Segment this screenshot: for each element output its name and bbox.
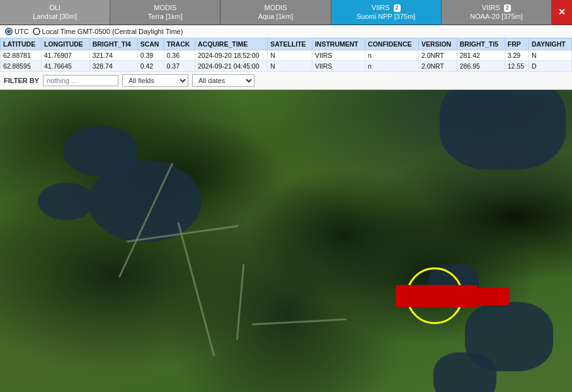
tab-modis-terra[interactable]: MODIS Terra [1km]: [110, 0, 220, 25]
table-cell-version: 2.0NRT: [418, 50, 457, 60]
top-panel: OLI Landsat [30m] MODIS Terra [1km] MODI…: [0, 0, 572, 90]
table-header-bright_ti4: BRIGHT_TI4: [89, 38, 137, 50]
tab-viirs-noaa20-line2: NOAA-20 [375m]: [447, 12, 546, 21]
table-cell-bright_ti4: 328.74: [89, 60, 137, 71]
table-header-satellite: SATELLITE: [268, 38, 312, 50]
tab-modis-terra-line1: MODIS: [115, 3, 215, 12]
table-cell-track: 0.37: [164, 60, 195, 71]
table-cell-longitude: 41.76645: [42, 60, 90, 71]
data-table: LATITUDELONGITUDEBRIGHT_TI4SCANTRACKACQU…: [0, 38, 572, 72]
tab-viirs-noaa20[interactable]: VIIRS 2 NOAA-20 [375m]: [442, 0, 552, 25]
table-header-instrument: INSTRUMENT: [312, 38, 365, 50]
local-time-label: Local Time GMT-0500 (Central Daylight Ti…: [42, 28, 183, 35]
data-panel: UTC Local Time GMT-0500 (Central Dayligh…: [0, 25, 572, 90]
table-cell-bright_ti5: 286.95: [457, 60, 505, 71]
table-header-frp: FRP: [505, 38, 529, 50]
tab-modis-aqua-line2: Aqua [1km]: [226, 12, 325, 21]
table-cell-confidence: n: [365, 60, 419, 71]
table-cell-daynight: N: [529, 50, 571, 60]
table-header-latitude: LATITUDE: [1, 38, 42, 50]
table-cell-version: 2.0NRT: [418, 60, 457, 71]
table-cell-latitude: 62.88595: [1, 60, 42, 71]
local-time-radio-label[interactable]: Local Time GMT-0500 (Central Daylight Ti…: [33, 28, 183, 35]
tab-modis-terra-line2: Terra [1km]: [115, 12, 215, 21]
tab-viirs-noaa20-label: VIIRS: [482, 4, 500, 11]
table-cell-latitude: 62.88781: [1, 50, 42, 60]
table-header-daynight: DAYNIGHT: [529, 38, 571, 50]
tab-oli[interactable]: OLI Landsat [30m]: [0, 0, 110, 25]
table-header-version: VERSION: [418, 38, 457, 50]
water-body-2: [88, 160, 202, 242]
table-header-longitude: LONGITUDE: [42, 38, 90, 50]
filter-dates-select[interactable]: All datesLast 24 hoursLast 48 hoursLast …: [192, 74, 255, 87]
table-header-track: TRACK: [164, 38, 195, 50]
table-cell-acquire_time: 2024-09-20 18:52:00: [195, 50, 268, 60]
tab-oli-line2: Landsat [30m]: [5, 12, 105, 21]
utc-label: UTC: [14, 28, 29, 35]
utc-radio-label[interactable]: UTC: [5, 28, 29, 35]
tab-oli-line1: OLI: [5, 3, 105, 12]
table-header-scan: SCAN: [137, 38, 164, 50]
table-header-acquire_time: ACQUIRE_TIME: [195, 38, 268, 50]
water-body-3: [38, 182, 94, 220]
table-cell-acquire_time: 2024-09-21 04:45:00: [195, 60, 268, 71]
tab-modis-aqua-line1: MODIS: [226, 3, 325, 12]
table-row: 62.8859541.76645328.740.420.372024-09-21…: [1, 60, 572, 71]
tab-viirs-snpp-line1: VIIRS 2: [336, 3, 436, 12]
time-row: UTC Local Time GMT-0500 (Central Dayligh…: [0, 25, 572, 38]
table-row: 62.8878141.76907321.740.390.362024-09-20…: [1, 50, 572, 60]
table-cell-frp: 3.29: [505, 50, 529, 60]
filter-row: FILTER BY All fieldsLATITUDELONGITUDESAT…: [0, 72, 572, 89]
table-cell-confidence: n: [365, 50, 419, 60]
table-cell-satellite: N: [268, 50, 312, 60]
table-cell-satellite: N: [268, 60, 312, 71]
table-cell-instrument: VIIRS: [312, 60, 365, 71]
table-cell-track: 0.36: [164, 50, 195, 60]
table-header-bright_ti5: BRIGHT_TI5: [457, 38, 505, 50]
fire-rect-small: [478, 288, 509, 305]
tab-viirs-noaa20-badge: 2: [504, 4, 511, 12]
local-time-radio-dot[interactable]: [33, 28, 40, 35]
tab-modis-aqua[interactable]: MODIS Aqua [1km]: [220, 0, 331, 25]
table-cell-daynight: D: [529, 60, 571, 71]
tab-viirs-noaa20-line1: VIIRS 2: [447, 3, 546, 12]
filter-fields-select[interactable]: All fieldsLATITUDELONGITUDESATELLITEINST…: [122, 74, 188, 87]
table-cell-bright_ti4: 321.74: [89, 50, 137, 60]
table-cell-instrument: VIIRS: [312, 50, 365, 60]
tab-viirs-snpp-badge: 2: [394, 4, 401, 12]
table-header-row: LATITUDELONGITUDEBRIGHT_TI4SCANTRACKACQU…: [1, 38, 572, 50]
fire-rect-main: [396, 285, 478, 307]
table-cell-scan: 0.42: [137, 60, 164, 71]
table-cell-longitude: 41.76907: [42, 50, 90, 60]
water-body-6: [433, 352, 496, 392]
filter-by-label: FILTER BY: [4, 77, 39, 84]
tab-viirs-snpp-label: VIIRS: [372, 4, 390, 11]
table-cell-bright_ti5: 281.42: [457, 50, 505, 60]
table-body: 62.8878141.76907321.740.390.362024-09-20…: [1, 50, 572, 71]
tab-viirs-snpp-line2: Suomi NPP [375m]: [336, 12, 436, 21]
tab-viirs-snpp[interactable]: VIIRS 2 Suomi NPP [375m]: [331, 0, 442, 25]
close-button[interactable]: ✕: [552, 0, 572, 25]
table-cell-frp: 12.55: [505, 60, 529, 71]
table-header-confidence: CONFIDENCE: [365, 38, 419, 50]
filter-input[interactable]: [43, 75, 118, 86]
table-cell-scan: 0.39: [137, 50, 164, 60]
tab-bar: OLI Landsat [30m] MODIS Terra [1km] MODI…: [0, 0, 572, 25]
utc-radio-dot[interactable]: [5, 28, 13, 35]
